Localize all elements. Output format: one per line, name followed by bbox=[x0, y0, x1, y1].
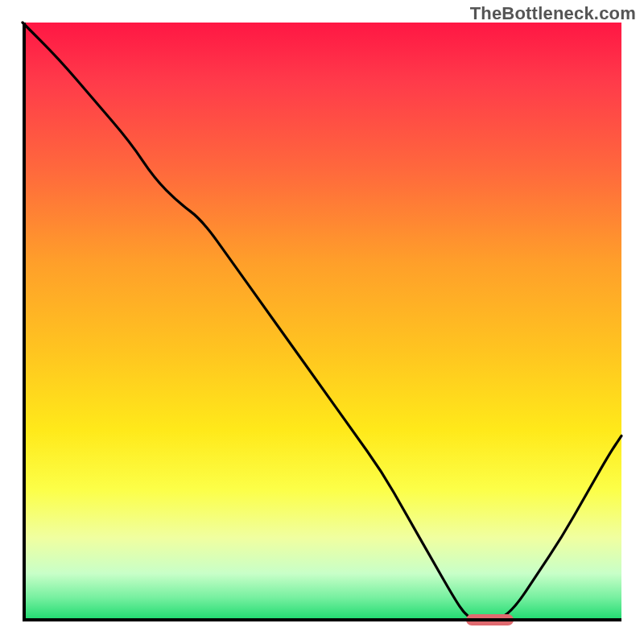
watermark-text: TheBottleneck.com bbox=[470, 3, 636, 24]
chart-container: TheBottleneck.com bbox=[0, 0, 644, 644]
bottleneck-curve bbox=[23, 23, 621, 621]
plot-area bbox=[23, 23, 621, 621]
optimal-range-marker bbox=[466, 614, 514, 625]
